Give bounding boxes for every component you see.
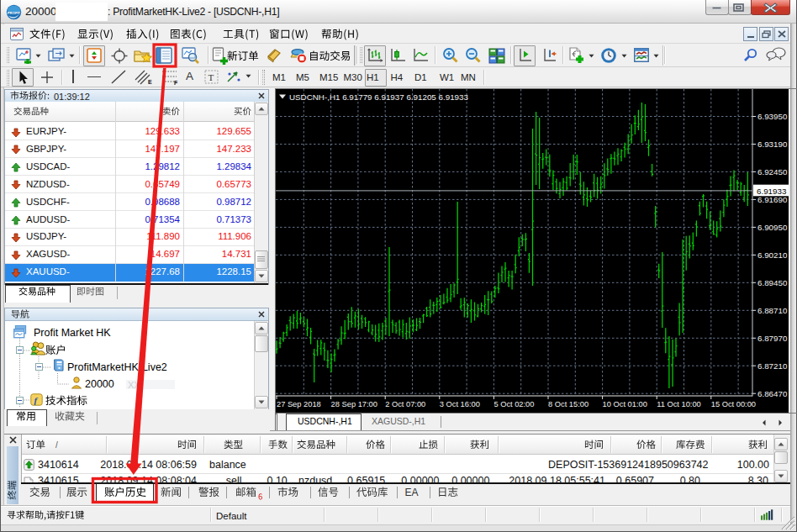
svg-text:6.93950: 6.93950 <box>757 112 788 121</box>
svg-text:6.93190: 6.93190 <box>757 140 788 149</box>
svg-text:8 Oct 15:00: 8 Oct 15:00 <box>548 400 589 408</box>
svg-text:6.87970: 6.87970 <box>757 334 788 343</box>
svg-text:T: T <box>208 72 214 82</box>
svg-text:6.90950: 6.90950 <box>757 223 788 232</box>
svg-text:USDCNH-,H1 6.91779 6.91937 6.: USDCNH-,H1 6.91779 6.91937 6.91205 6.919… <box>289 92 469 102</box>
svg-text:6.86470: 6.86470 <box>757 389 788 398</box>
svg-text:10 Oct 01:00: 10 Oct 01:00 <box>603 400 647 408</box>
svg-text:6.87210: 6.87210 <box>757 361 788 371</box>
svg-text:3 Oct 16:00: 3 Oct 16:00 <box>440 400 480 408</box>
svg-text:11 Oct 10:00: 11 Oct 10:00 <box>657 400 701 408</box>
svg-text:E: E <box>148 79 152 85</box>
svg-text:6.91933: 6.91933 <box>757 187 787 196</box>
svg-text:5 Oct 02:00: 5 Oct 02:00 <box>494 400 534 408</box>
svg-text:F: F <box>174 80 178 86</box>
svg-text:28 Sep 17:00: 28 Sep 17:00 <box>331 400 377 408</box>
svg-text:PROFIT: PROFIT <box>8 11 21 15</box>
svg-text:15 Oct 00:00: 15 Oct 00:00 <box>711 400 756 408</box>
svg-text:6.90210: 6.90210 <box>757 250 788 260</box>
svg-text:6.88710: 6.88710 <box>757 306 788 315</box>
svg-text:6.92450: 6.92450 <box>757 167 788 176</box>
svg-text:6.89450: 6.89450 <box>757 278 788 287</box>
svg-text:27 Sep 2018: 27 Sep 2018 <box>277 400 321 408</box>
svg-text:6.91690: 6.91690 <box>757 195 788 204</box>
svg-text:2 Oct 07:00: 2 Oct 07:00 <box>385 400 425 408</box>
